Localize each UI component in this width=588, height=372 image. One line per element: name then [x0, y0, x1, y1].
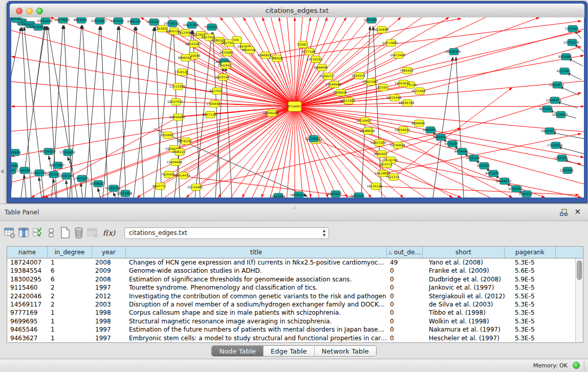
graph-node-label: 70756928 [389, 143, 405, 147]
graph-node-label: 18724007 [286, 104, 302, 108]
network-window-titlebar[interactable]: citations_edges.txt [10, 4, 584, 18]
scrollbar-thumb[interactable] [577, 260, 582, 280]
tab-network-table[interactable]: Network Table [315, 346, 376, 356]
cell-year: 2009 [92, 267, 126, 275]
table-row[interactable]: 969969511998Structural magnetic resonanc… [7, 317, 575, 325]
table-row[interactable]: 1830029562008Estimation of significance … [7, 275, 575, 283]
column-header-label: name [18, 249, 36, 256]
column-header-title[interactable]: title [126, 247, 387, 258]
panel-collapse-arrow-icon[interactable] [1, 169, 4, 174]
application-window: citations_edges.txt 19355724206914061527… [0, 0, 588, 372]
graph-node-label: 12505135 [58, 174, 74, 178]
column-header-indegree[interactable]: in_degree [48, 247, 92, 258]
sort-ascending-icon: △ [388, 250, 392, 255]
graph-edge [277, 21, 581, 58]
cell-title: Tourette syndrome. Phenomenology and cla… [126, 283, 387, 292]
graph-node-label: 16914479 [175, 173, 190, 177]
table-tab-bar: Node TableEdge TableNetwork Table [0, 345, 588, 357]
table-row[interactable]: 2242004622012Investigating the contribut… [7, 292, 575, 300]
cell-title: Corpus callosum shape and size in male p… [126, 309, 387, 317]
graph-edge [81, 183, 82, 198]
cell-name: 9465546 [7, 325, 48, 334]
graph-node-label: 9657771 [153, 184, 166, 188]
graph-edge [559, 86, 579, 95]
close-panel-icon[interactable]: ✕ [574, 208, 581, 216]
graph-node-label: 17957225 [73, 177, 89, 180]
cell-year: 1997 [92, 334, 126, 342]
graph-node-label: 18495768 [399, 101, 415, 104]
graph-node-label: 9884067 [374, 152, 388, 156]
column-header-short[interactable]: short [423, 247, 505, 258]
graph-node-label: 9115460 [412, 89, 426, 93]
column-header-label: year [102, 249, 116, 256]
graph-edge [119, 26, 126, 198]
delete-table-button[interactable] [86, 226, 99, 239]
network-canvas[interactable]: 1935572420691406152736828813014106532671… [11, 17, 584, 198]
cell-year: 2012 [92, 292, 126, 300]
citation-graph[interactable]: 1935572420691406152736828813014106532671… [11, 17, 584, 198]
memory-ok-icon[interactable] [573, 362, 580, 369]
graph-node-label: 10653261 [30, 25, 46, 29]
tab-edge-table[interactable]: Edge Table [264, 346, 314, 356]
tab-node-table[interactable]: Node Table [212, 346, 264, 356]
table-row[interactable]: 946362711997Embryonic stem cells: a mode… [7, 334, 575, 342]
column-header-outde[interactable]: △out_de… [387, 247, 423, 258]
table-source-select[interactable]: citations_edges.txt ▲▼ [124, 227, 329, 239]
column-header-pagerank[interactable]: pagerank [505, 247, 556, 258]
float-panel-icon[interactable] [560, 209, 568, 216]
graph-node-label: 3624514 [352, 74, 365, 77]
table-panel-header: Table Panel ✕ [0, 204, 588, 221]
delete-column-button[interactable] [72, 226, 85, 239]
table-row[interactable]: 977716911998Corpus callosum shape and si… [7, 309, 575, 317]
table-row[interactable]: 1938455462009Genome-wide association stu… [7, 267, 575, 275]
cell-name: 18724007 [7, 258, 48, 267]
cell-year: 1997 [92, 325, 126, 334]
column-header-name[interactable]: name [7, 247, 48, 258]
table-options-button[interactable] [3, 226, 16, 239]
cell-indegree: 6 [48, 275, 92, 283]
table-row[interactable]: 911546021997Tourette syndrome. Phenomeno… [7, 283, 575, 292]
graph-node-label: 15582 [297, 42, 307, 46]
graph-node-label: 20206520 [40, 149, 56, 153]
network-view-frame[interactable]: citations_edges.txt 19355724206914061527… [7, 1, 587, 203]
cell-pagerank: 5.3E-5 [505, 309, 556, 317]
row-height-button[interactable] [45, 226, 58, 239]
cell-outde: 0 [387, 275, 423, 283]
cell-title: Embryonic stem cells: a model to study s… [126, 334, 387, 342]
function-builder-button[interactable]: f(x) [103, 229, 115, 237]
graph-node-label: 1075427 [146, 20, 160, 24]
column-header-label: short [455, 249, 471, 256]
cell-pagerank: 5.9E-5 [505, 275, 556, 283]
graph-edge [552, 133, 584, 139]
new-table-button[interactable] [58, 226, 72, 239]
select-columns-button[interactable] [17, 226, 30, 239]
trash-icon [74, 227, 84, 239]
select-rows-button[interactable] [31, 226, 44, 239]
graph-node-label: 1167530 [554, 156, 568, 160]
graph-edge [34, 26, 46, 103]
table-row[interactable]: 1872400712008Changes of HCN gene express… [7, 258, 575, 267]
graph-node-label: 1117048 [565, 27, 579, 30]
graph-node-label: 19654923 [395, 128, 410, 132]
graph-node-label: 7625402 [161, 172, 175, 176]
cell-outde: 0 [387, 334, 423, 342]
cell-name: 9777169 [7, 309, 48, 317]
graph-node-label: 1210350 [560, 168, 574, 172]
cell-pagerank: 5.3E-5 [505, 300, 556, 309]
vertical-scrollbar[interactable] [575, 258, 583, 342]
table-row[interactable]: 946554611997Estimation of the future num… [7, 325, 575, 334]
graph-node-label: 546 [233, 38, 239, 41]
graph-node-label: 16107487 [340, 99, 356, 102]
divider-grip-icon[interactable] [292, 206, 296, 210]
column-header-year[interactable]: year [92, 247, 126, 258]
graph-node-label: 12444131 [546, 98, 562, 102]
table-row[interactable]: 1456911722003Disruption of a novel membe… [7, 300, 575, 309]
memory-status-label: Memory: OK [533, 362, 568, 369]
graph-node-label: 19524851 [375, 171, 390, 175]
graph-edge [557, 102, 578, 108]
graph-node-label: 15273682 [54, 18, 70, 21]
graph-node-label: 19975887 [49, 163, 65, 167]
graph-edge [376, 186, 579, 195]
graph-edge [252, 106, 295, 198]
cell-name: 19384554 [7, 267, 48, 275]
